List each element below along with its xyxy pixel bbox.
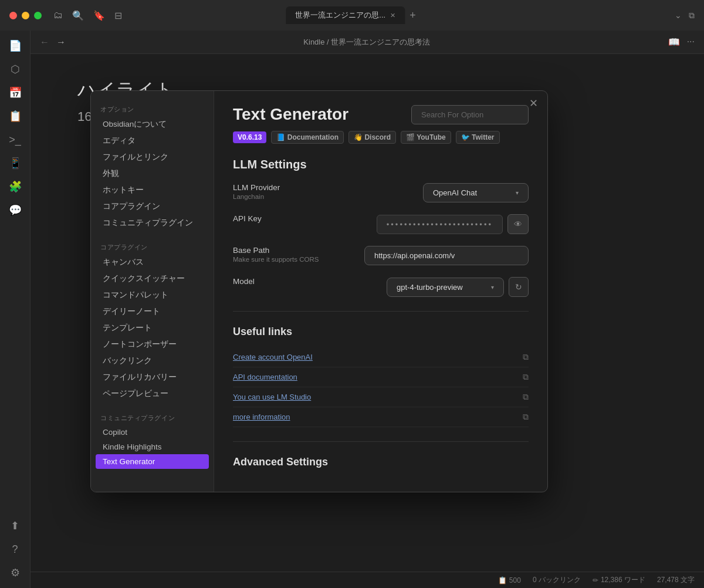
settings-icon[interactable]: ⚙ [5, 562, 26, 583]
sidebar-section-core: コアプラグイン [91, 238, 214, 254]
modal-close-button[interactable]: ✕ [529, 98, 538, 109]
sidebar-item-files[interactable]: ファイルとリンク [91, 149, 214, 165]
sidebar-section-community: コミュニティプラグイン [91, 409, 214, 425]
active-tab[interactable]: 世界一流エンジニアの思... ✕ [286, 6, 405, 24]
help-icon[interactable]: ? [5, 539, 26, 560]
useful-links-heading: Useful links [233, 326, 529, 338]
sidebar-item-text-generator[interactable]: Text Generator [96, 454, 209, 469]
documentation-badge[interactable]: 📘 Documentation [271, 131, 344, 144]
link-api-docs[interactable]: API documentation [233, 373, 297, 381]
split-view-icon[interactable]: ⧉ [689, 11, 695, 21]
toggle-visibility-button[interactable]: 👁 [507, 214, 529, 234]
sidebar-item-core-plugins[interactable]: コアプラグイン [91, 198, 214, 215]
model-select[interactable]: gpt-4-turbo-preview ▾ [387, 278, 504, 297]
sidebar-item-daily-note[interactable]: デイリーノート [91, 303, 214, 320]
search-input[interactable] [411, 105, 529, 124]
model-control: gpt-4-turbo-preview ▾ ↻ [336, 277, 529, 297]
sidebar-item-note-composer[interactable]: ノートコンポーザー [91, 336, 214, 353]
sidebar-item-copilot[interactable]: Copilot [91, 425, 214, 440]
link-create-account[interactable]: Create account OpenAI [233, 353, 313, 361]
useful-link-2: API documentation ⧉ [233, 367, 529, 387]
more-options-icon[interactable]: ··· [687, 36, 695, 48]
badge-row: V0.6.13 📘 Documentation 👋 Discord 🎬 YouT… [233, 131, 529, 144]
api-key-field[interactable]: •••••••••••••••••••••••• [377, 215, 503, 234]
advanced-settings-heading: Advanced Settings [233, 456, 529, 468]
add-tab-button[interactable]: + [407, 9, 418, 22]
sidebar-item-templates[interactable]: テンプレート [91, 320, 214, 336]
youtube-badge[interactable]: 🎬 YouTube [401, 131, 451, 144]
tab-close-icon[interactable]: ✕ [390, 12, 395, 19]
base-path-row: Base Path Make sure it supports CORS [233, 246, 529, 265]
divider-2 [233, 441, 529, 442]
search-icon[interactable]: 🔍 [72, 10, 84, 21]
llm-provider-select[interactable]: OpenAI Chat ▾ [423, 183, 529, 202]
eye-icon: 👁 [514, 219, 522, 229]
base-path-main-label: Base Path [233, 246, 327, 255]
discord-badge[interactable]: 👋 Discord [348, 131, 396, 144]
sidebar-toggle-icon[interactable]: ⊟ [114, 10, 122, 21]
api-key-main-label: API Key [233, 214, 327, 223]
settings-modal: オプション Obsidianについて エディタ ファイルとリンク 外観 ホットキ… [90, 90, 548, 492]
base-path-sub-label: Make sure it supports CORS [233, 256, 327, 263]
file-icon[interactable]: 🗂 [53, 10, 63, 21]
title-bar: 🗂 🔍 🔖 ⊟ 世界一流エンジニアの思... ✕ + ⌄ ⧉ [0, 0, 704, 31]
nav-right-icons: 📖 ··· [668, 36, 695, 48]
llm-provider-row: LLM Provider Langchain OpenAI Chat ▾ [233, 183, 529, 202]
api-key-input-row: •••••••••••••••••••••••• 👁 [377, 214, 529, 234]
puzzle-icon[interactable]: 🧩 [5, 176, 26, 197]
sidebar-item-canvas[interactable]: キャンバス [91, 254, 214, 271]
close-button[interactable] [9, 12, 17, 19]
sidebar-item-about[interactable]: Obsidianについて [91, 116, 214, 133]
llm-provider-main-label: LLM Provider [233, 183, 327, 192]
reading-view-icon[interactable]: 📖 [668, 36, 680, 48]
link-more-info[interactable]: more information [233, 413, 290, 421]
sidebar-item-quickswitcher[interactable]: クイックスイッチャー [91, 271, 214, 287]
bookmark-icon[interactable]: 🔖 [93, 10, 105, 21]
sidebar-item-command-palette[interactable]: コマンドパレット [91, 287, 214, 303]
model-input-row: gpt-4-turbo-preview ▾ ↻ [387, 277, 529, 297]
graph-icon[interactable]: ⬡ [5, 59, 26, 80]
version-badge[interactable]: V0.6.13 [233, 131, 266, 143]
minimize-button[interactable] [22, 12, 29, 19]
calendar-icon[interactable]: 📅 [5, 82, 26, 103]
files-icon[interactable]: 📄 [5, 35, 26, 56]
pages-icon[interactable]: 📋 [5, 106, 26, 127]
main-area: ← → Kindle / 世界一流エンジニアの思考法 📖 ··· ハイライト 1… [31, 31, 704, 588]
back-arrow[interactable]: ← [40, 37, 49, 48]
sidebar-item-hotkeys[interactable]: ホットキー [91, 182, 214, 198]
sidebar-item-editor[interactable]: エディタ [91, 133, 214, 149]
forward-arrow[interactable]: → [56, 37, 66, 48]
external-link-icon-1: ⧉ [523, 352, 529, 362]
maximize-button[interactable] [34, 12, 42, 19]
useful-link-3: You can use LM Studio ⧉ [233, 387, 529, 407]
chevron-down-icon: ▾ [491, 284, 494, 290]
nav-bar: ← → Kindle / 世界一流エンジニアの思考法 📖 ··· [31, 31, 704, 54]
terminal-icon[interactable]: >_ [5, 129, 26, 150]
activity-bottom: ⬆ ? ⚙ [5, 515, 26, 583]
sidebar-item-page-preview[interactable]: ページプレビュー [91, 386, 214, 402]
upload-icon[interactable]: ⬆ [5, 515, 26, 536]
activity-bar: 📄 ⬡ 📅 📋 >_ 📱 🧩 💬 ⬆ ? ⚙ [0, 31, 31, 588]
sidebar-item-file-recovery[interactable]: ファイルリカバリー [91, 369, 214, 386]
sidebar-item-community-plugins[interactable]: コミュニティプラグイン [91, 215, 214, 231]
base-path-label: Base Path Make sure it supports CORS [233, 246, 327, 263]
base-path-input[interactable] [364, 246, 529, 265]
sidebar-item-backlinks[interactable]: バックリンク [91, 353, 214, 369]
modal-overlay: オプション Obsidianについて エディタ ファイルとリンク 外観 ホットキ… [61, 85, 704, 588]
sidebar-item-appearance[interactable]: 外観 [91, 165, 214, 182]
sidebar-item-kindle[interactable]: Kindle Highlights [91, 440, 214, 454]
titlebar-icons: 🗂 🔍 🔖 ⊟ [53, 10, 122, 21]
external-link-icon-4: ⧉ [523, 412, 529, 422]
twitter-badge[interactable]: 🐦 Twitter [456, 131, 500, 144]
phone-icon[interactable]: 📱 [5, 153, 26, 174]
external-link-icon-2: ⧉ [523, 372, 529, 382]
llm-settings-heading: LLM Settings [233, 158, 529, 171]
model-value: gpt-4-turbo-preview [397, 283, 463, 292]
divider-1 [233, 311, 529, 312]
chat-icon[interactable]: 💬 [5, 200, 26, 221]
api-key-control: •••••••••••••••••••••••• 👁 [336, 214, 529, 234]
refresh-button[interactable]: ↻ [509, 277, 529, 297]
tab-area: 世界一流エンジニアの思... ✕ + [286, 6, 418, 24]
chevron-down-icon[interactable]: ⌄ [675, 11, 682, 20]
link-lm-studio[interactable]: You can use LM Studio [233, 393, 311, 401]
